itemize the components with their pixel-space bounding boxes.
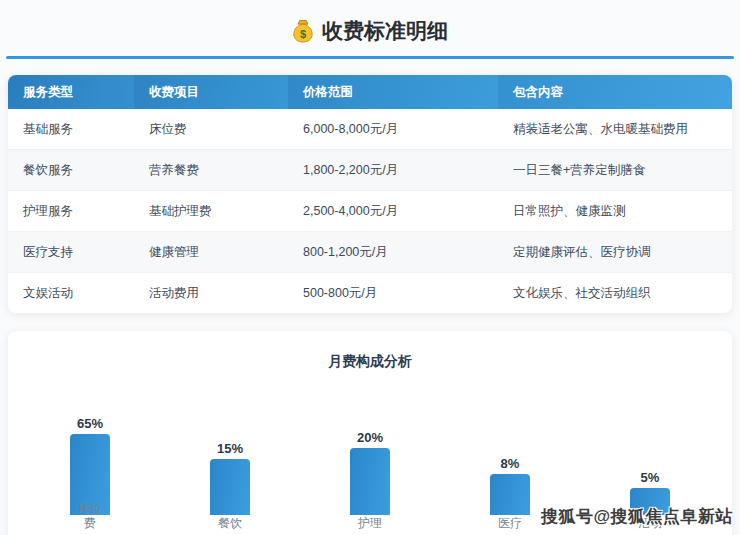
- header-cell-service-type: 服务类型: [8, 75, 134, 109]
- cell-price-range: 6,000-8,000元/月: [288, 109, 498, 150]
- header-cell-fee-item: 收费项目: [134, 75, 288, 109]
- bar-group: 15% 餐饮: [160, 441, 300, 515]
- bar-chart: 65% 床位费 15% 餐饮 20% 护理 8% 医疗 5% 活动: [20, 387, 720, 515]
- cell-price-range: 2,500-4,000元/月: [288, 191, 498, 232]
- cell-price-range: 500-800元/月: [288, 273, 498, 314]
- table-row: 基础服务 床位费 6,000-8,000元/月 精装适老公寓、水电暖基础费用: [8, 109, 732, 150]
- bar-category-label: 餐饮: [213, 516, 247, 531]
- table-row: 护理服务 基础护理费 2,500-4,000元/月 日常照护、健康监测: [8, 191, 732, 232]
- cell-price-range: 800-1,200元/月: [288, 232, 498, 273]
- cell-fee-item: 营养餐费: [134, 150, 288, 191]
- cell-fee-item: 活动费用: [134, 273, 288, 314]
- bar-group: 65% 床位费: [20, 416, 160, 515]
- chart-title: 月费构成分析: [8, 353, 732, 369]
- cell-service-type: 餐饮服务: [8, 150, 134, 191]
- cell-service-type: 基础服务: [8, 109, 134, 150]
- money-bag-icon: $: [292, 19, 314, 43]
- page-title-text: 收费标准明细: [322, 18, 448, 44]
- table-row: 餐饮服务 营养餐费 1,800-2,200元/月 一日三餐+营养定制膳食: [8, 150, 732, 191]
- cell-included-content: 日常照护、健康监测: [498, 191, 732, 232]
- cell-service-type: 医疗支持: [8, 232, 134, 273]
- cell-price-range: 1,800-2,200元/月: [288, 150, 498, 191]
- header-cell-included-content: 包含内容: [498, 75, 732, 109]
- cell-fee-item: 床位费: [134, 109, 288, 150]
- bar-value-label: 8%: [501, 456, 520, 471]
- page-title: $ 收费标准明细: [292, 18, 448, 44]
- header-cell-price-range: 价格范围: [288, 75, 498, 109]
- cell-fee-item: 基础护理费: [134, 191, 288, 232]
- cell-included-content: 一日三餐+营养定制膳食: [498, 150, 732, 191]
- sohu-watermark: 搜狐号@搜狐焦点阜新站: [541, 505, 733, 528]
- bar-category-label: 床位费: [73, 501, 107, 531]
- bar-value-label: 15%: [217, 441, 243, 456]
- bar: [350, 448, 390, 515]
- fee-table-header-row: 服务类型 收费项目 价格范围 包含内容: [8, 75, 732, 109]
- fee-table-body: 基础服务 床位费 6,000-8,000元/月 精装适老公寓、水电暖基础费用 餐…: [8, 109, 732, 313]
- cell-included-content: 精装适老公寓、水电暖基础费用: [498, 109, 732, 150]
- table-row: 文娱活动 活动费用 500-800元/月 文化娱乐、社交活动组织: [8, 273, 732, 314]
- bar: [210, 459, 250, 515]
- fee-table-card: 服务类型 收费项目 价格范围 包含内容 基础服务 床位费 6,000-8,000…: [8, 75, 732, 313]
- bar-value-label: 65%: [77, 416, 103, 431]
- bar-value-label: 5%: [641, 470, 660, 485]
- cell-included-content: 文化娱乐、社交活动组织: [498, 273, 732, 314]
- fee-table-head: 服务类型 收费项目 价格范围 包含内容: [8, 75, 732, 109]
- cell-service-type: 护理服务: [8, 191, 134, 232]
- cell-included-content: 定期健康评估、医疗协调: [498, 232, 732, 273]
- bar-category-label: 医疗: [493, 516, 527, 531]
- bar-category-label: 护理: [353, 516, 387, 531]
- svg-text:$: $: [300, 28, 306, 40]
- bar-group: 20% 护理: [300, 430, 440, 515]
- bar-value-label: 20%: [357, 430, 383, 445]
- title-divider: [6, 56, 734, 59]
- cell-fee-item: 健康管理: [134, 232, 288, 273]
- cell-service-type: 文娱活动: [8, 273, 134, 314]
- bar: [490, 474, 530, 515]
- fee-table: 服务类型 收费项目 价格范围 包含内容 基础服务 床位费 6,000-8,000…: [8, 75, 732, 313]
- table-row: 医疗支持 健康管理 800-1,200元/月 定期健康评估、医疗协调: [8, 232, 732, 273]
- page-header: $ 收费标准明细: [0, 0, 740, 59]
